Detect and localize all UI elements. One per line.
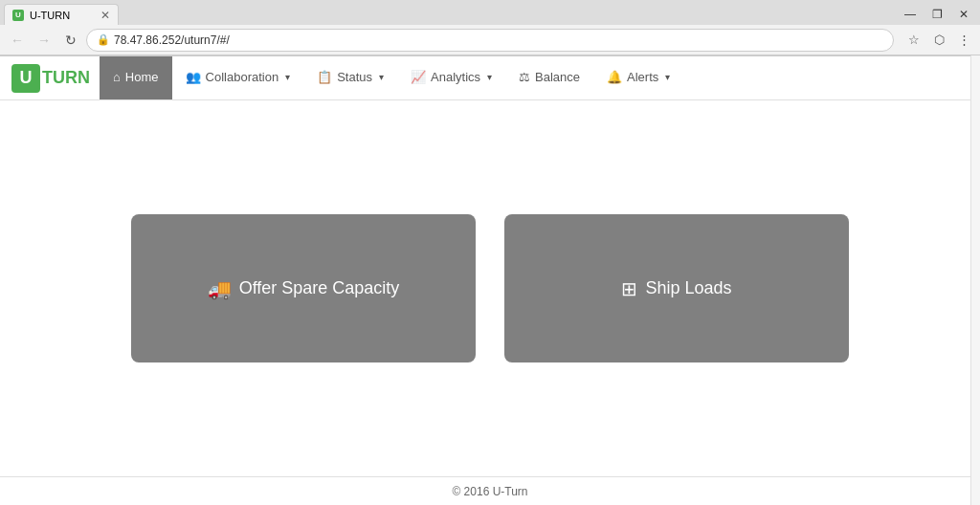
browser-chrome: U U-TURN ✕ — ❐ ✕ ← → ↻ 🔒 78.47.86.252/ut… [0, 0, 980, 56]
status-icon: 📋 [317, 70, 332, 84]
address-bar-row: ← → ↻ 🔒 78.47.86.252/uturn7/#/ ☆ ⬡ ⋮ [0, 25, 980, 55]
ship-loads-card[interactable]: ⊞ Ship Loads [504, 214, 849, 362]
nav-item-home-label: Home [125, 70, 159, 84]
footer-text: © 2016 U-Turn [452, 485, 527, 498]
nav-item-collaboration[interactable]: 👥 Collaboration ▾ [172, 56, 304, 99]
nav-item-status[interactable]: 📋 Status ▾ [303, 56, 397, 99]
bookmark-icon[interactable]: ☆ [903, 30, 924, 51]
alerts-icon: 🔔 [607, 70, 622, 84]
scrollbar-track[interactable] [970, 55, 980, 505]
address-actions: ☆ ⬡ ⋮ [903, 30, 974, 51]
nav-item-alerts[interactable]: 🔔 Alerts ▾ [593, 56, 683, 99]
nav-item-collaboration-label: Collaboration [206, 70, 279, 84]
analytics-caret: ▾ [487, 72, 492, 82]
back-button[interactable]: ← [6, 29, 29, 52]
minimize-button[interactable]: — [898, 4, 923, 25]
url-text: 78.47.86.252/uturn7/#/ [114, 33, 883, 47]
alerts-caret: ▾ [665, 72, 670, 82]
menu-icon[interactable]: ⋮ [953, 30, 974, 51]
grid-icon: ⊞ [621, 277, 637, 300]
window-controls: — ❐ ✕ [898, 4, 976, 25]
ship-loads-label: Ship Loads [645, 278, 731, 298]
offer-spare-capacity-card[interactable]: 🚚 Offer Spare Capacity [131, 214, 476, 362]
nav-item-alerts-label: Alerts [627, 70, 658, 84]
cast-icon[interactable]: ⬡ [928, 30, 949, 51]
nav-item-balance-label: Balance [535, 70, 580, 84]
forward-button[interactable]: → [33, 29, 56, 52]
new-tab-button[interactable] [122, 4, 145, 25]
nav-item-analytics-label: Analytics [431, 70, 480, 84]
collaboration-caret: ▾ [285, 72, 290, 82]
browser-tab[interactable]: U U-TURN ✕ [4, 4, 119, 25]
refresh-button[interactable]: ↻ [59, 29, 82, 52]
maximize-button[interactable]: ❐ [924, 4, 949, 25]
tab-favicon: U [12, 10, 24, 21]
logo[interactable]: U TURN [11, 64, 90, 93]
home-icon: ⌂ [113, 70, 121, 84]
analytics-icon: 📈 [411, 70, 426, 84]
logo-u: U [11, 64, 40, 93]
nav-menu: ⌂ Home 👥 Collaboration ▾ 📋 Status ▾ 📈 An… [100, 56, 683, 99]
nav-item-balance[interactable]: ⚖ Balance [505, 56, 593, 99]
address-bar[interactable]: 🔒 78.47.86.252/uturn7/#/ [86, 29, 894, 52]
status-caret: ▾ [379, 72, 384, 82]
nav-item-status-label: Status [337, 70, 372, 84]
lock-icon: 🔒 [97, 33, 110, 46]
tab-close-button[interactable]: ✕ [100, 9, 110, 22]
logo-turn: TURN [42, 68, 90, 88]
main-content: 🚚 Offer Spare Capacity ⊞ Ship Loads [0, 100, 980, 476]
offer-spare-capacity-label: Offer Spare Capacity [239, 278, 400, 298]
truck-icon: 🚚 [208, 277, 232, 300]
balance-icon: ⚖ [519, 70, 530, 84]
tab-title: U-TURN [30, 10, 95, 21]
app-wrapper: U TURN ⌂ Home 👥 Collaboration ▾ 📋 Status… [0, 56, 980, 505]
navbar: U TURN ⌂ Home 👥 Collaboration ▾ 📋 Status… [0, 56, 980, 100]
collaboration-icon: 👥 [186, 70, 201, 84]
tab-bar: U U-TURN ✕ — ❐ ✕ [0, 0, 980, 25]
nav-item-home[interactable]: ⌂ Home [100, 56, 172, 99]
nav-item-analytics[interactable]: 📈 Analytics ▾ [397, 56, 505, 99]
footer: © 2016 U-Turn [0, 476, 980, 505]
close-button[interactable]: ✕ [951, 4, 976, 25]
